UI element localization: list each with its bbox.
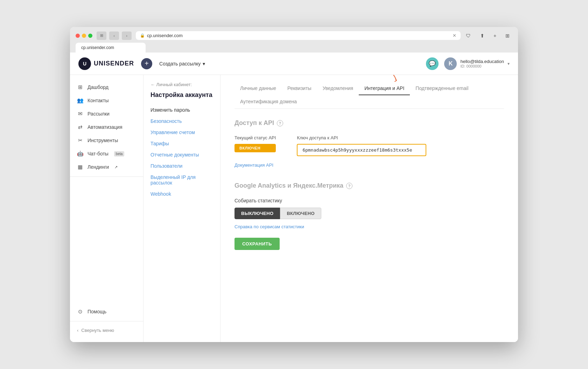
settings-nav-dedicated-ip[interactable]: Выделенный IP для рассылок — [144, 172, 220, 188]
tabs-bar: Личные данные Реквизиты Уведомления Инте… — [234, 82, 504, 109]
settings-nav-change-password[interactable]: Изменить пароль — [144, 104, 220, 116]
chevron-left-icon: ‹ — [77, 328, 78, 333]
browser-chrome: ⊞ ‹ › 🔒 cp.unisender.com ✕ 🛡 ⬆ + ⊞ cp.un… — [70, 27, 518, 53]
arrow-annotation-icon — [374, 75, 402, 84]
tab-personal-data[interactable]: Личные данные — [234, 82, 282, 95]
api-fields-row: Текущий статус API ВКЛЮЧЕН Ключ доступа … — [234, 135, 504, 156]
collapse-menu-button[interactable]: ‹ Свернуть меню — [70, 324, 143, 336]
sidebar-item-label: Автоматизация — [88, 124, 122, 130]
main-content: ⊞ Дашборд 👥 Контакты ✉ Рассылки ⇄ Автома… — [70, 75, 518, 342]
api-key-group: Ключ доступа к API — [297, 135, 426, 156]
sidebar-item-help[interactable]: ⊙ Помощь — [70, 305, 143, 318]
api-status-badge: ВКЛЮЧЕН — [234, 144, 276, 152]
back-button[interactable]: ‹ — [109, 32, 119, 40]
sidebar-item-label: Контакты — [88, 98, 108, 103]
sidebar-item-label: Инструменты — [88, 138, 118, 143]
tab-bar: cp.unisender.com — [76, 43, 512, 53]
toggle-on-button[interactable]: ВКЛЮЧЕНО — [280, 208, 321, 219]
external-link-icon: ↗ — [114, 165, 118, 169]
mail-icon: ✉ — [77, 111, 83, 117]
create-button[interactable]: + — [141, 58, 152, 69]
create-mailing-label: Создать рассылку — [159, 61, 201, 67]
api-help-icon[interactable]: ? — [277, 120, 283, 126]
toggle-off-button[interactable]: ВЫКЛЮЧЕНО — [234, 208, 280, 219]
close-window-button[interactable] — [76, 34, 80, 38]
help-icon: ⊙ — [77, 308, 83, 315]
back-to-account-link[interactable]: ← Личный кабинет: — [144, 82, 220, 91]
tab-requisites[interactable]: Реквизиты — [282, 82, 317, 95]
settings-nav-tariffs[interactable]: Тарифы — [144, 138, 220, 149]
address-bar[interactable]: 🔒 cp.unisender.com ✕ — [136, 31, 461, 40]
browser-controls: ⊞ ‹ › — [97, 32, 132, 40]
logo-icon: U — [78, 57, 91, 70]
tab-notifications[interactable]: Уведомления — [317, 82, 359, 95]
user-menu[interactable]: K hello@tilda.education ID: 0000000 ▾ — [444, 57, 510, 70]
sidebar-item-tools[interactable]: ✂ Инструменты — [70, 134, 143, 147]
sidebar-divider — [70, 176, 143, 177]
header-right: 💬 K hello@tilda.education ID: 0000000 ▾ — [426, 57, 510, 70]
active-tab[interactable]: cp.unisender.com — [76, 43, 146, 53]
sidebar-item-automation[interactable]: ⇄ Автоматизация — [70, 120, 143, 134]
logo-text: UNISENDER — [94, 60, 134, 67]
new-tab-button[interactable]: + — [490, 32, 500, 40]
tab-integration-api[interactable]: Интеграция и API — [359, 82, 410, 95]
settings-nav-users[interactable]: Пользователи — [144, 160, 220, 172]
sidebar-divider-2 — [70, 321, 143, 321]
create-mailing-button[interactable]: Создать рассылку ▾ — [159, 61, 205, 67]
beta-badge: beta — [114, 151, 124, 156]
tools-icon: ✂ — [77, 137, 83, 144]
sidebar-item-label: Дашборд — [88, 84, 108, 90]
api-doc-link[interactable]: Документация API — [234, 162, 273, 168]
grid-icon: ⊞ — [77, 84, 83, 90]
grid-view-icon[interactable]: ⊞ — [503, 32, 512, 40]
sidebar-bottom: ⊙ Помощь ‹ Свернуть меню — [70, 305, 143, 336]
avatar: K — [444, 57, 457, 70]
stats-toggle-group: ВЫКЛЮЧЕНО ВКЛЮЧЕНО — [234, 208, 504, 219]
sidebar-item-contacts[interactable]: 👥 Контакты — [70, 94, 143, 107]
maximize-window-button[interactable] — [88, 34, 92, 38]
user-details: hello@tilda.education ID: 0000000 — [460, 59, 504, 68]
collapse-menu-label: Свернуть меню — [81, 328, 114, 333]
close-tab-button[interactable]: ✕ — [453, 33, 456, 38]
analytics-help-icon[interactable]: ? — [346, 183, 352, 189]
sidebar-item-chatbots[interactable]: 🤖 Чат-боты beta — [70, 147, 143, 160]
tab-confirmed-email[interactable]: Подтвержденные email — [410, 82, 474, 95]
settings-nav-account-management[interactable]: Управление счетом — [144, 127, 220, 138]
analytics-section: Google Analytics и Яндекс.Метрика ? Соби… — [234, 182, 504, 250]
settings-nav-webhook[interactable]: Webhook — [144, 188, 220, 200]
api-status-label: Текущий статус API — [234, 135, 276, 140]
settings-nav-security[interactable]: Безопасность — [144, 116, 220, 127]
user-email: hello@tilda.education — [460, 59, 504, 64]
tab-domain-auth[interactable]: Аутентификация домена — [234, 95, 302, 109]
api-section-title: Доступ к API ? — [234, 119, 504, 127]
chat-button[interactable]: 💬 — [426, 57, 439, 70]
sidebar-item-landings[interactable]: ▦ Лендинги ↗ — [70, 160, 143, 174]
sidebar-toggle-button[interactable]: ⊞ — [97, 32, 106, 40]
user-menu-chevron-icon: ▾ — [507, 61, 510, 66]
content-area: ← Личный кабинет: Настройка аккаунта Изм… — [144, 75, 518, 342]
forward-button[interactable]: › — [122, 32, 132, 40]
tab-title: cp.unisender.com — [81, 45, 114, 50]
sidebar-item-dashboard[interactable]: ⊞ Дашборд — [70, 81, 143, 94]
analytics-section-title-text: Google Analytics и Яндекс.Метрика — [234, 182, 343, 189]
api-status-group: Текущий статус API ВКЛЮЧЕН — [234, 135, 276, 152]
sidebar-item-mailings[interactable]: ✉ Рассылки — [70, 107, 143, 120]
browser-window: ⊞ ‹ › 🔒 cp.unisender.com ✕ 🛡 ⬆ + ⊞ cp.un… — [70, 27, 518, 342]
address-bar-area: 🔒 cp.unisender.com ✕ 🛡 — [136, 31, 473, 40]
sidebar-item-label: Рассылки — [88, 111, 110, 117]
url-text: cp.unisender.com — [147, 33, 183, 38]
save-button[interactable]: СОХРАНИТЬ — [234, 238, 280, 250]
stats-help-link[interactable]: Справка по сервисам статистики — [234, 224, 504, 229]
api-key-input[interactable] — [297, 144, 426, 156]
share-icon: ⇄ — [77, 124, 83, 130]
share-icon[interactable]: ⬆ — [477, 32, 487, 40]
settings-nav-documents[interactable]: Отчетные документы — [144, 149, 220, 160]
logo-area: U UNISENDER — [78, 57, 134, 70]
layout-icon: ▦ — [77, 164, 83, 170]
minimize-window-button[interactable] — [82, 34, 86, 38]
collect-stats-label: Собирать статистику — [234, 198, 504, 203]
settings-title: Настройка аккаунта — [144, 91, 220, 104]
shield-icon[interactable]: 🛡 — [463, 32, 473, 40]
traffic-lights — [76, 34, 92, 38]
lock-icon: 🔒 — [140, 33, 145, 38]
